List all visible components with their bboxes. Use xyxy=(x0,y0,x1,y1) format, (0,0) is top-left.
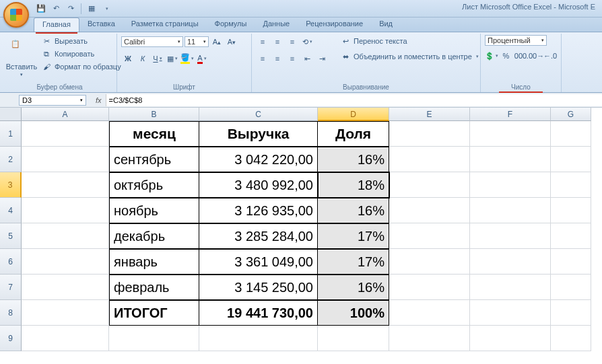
row-header-4[interactable]: 4 xyxy=(0,198,22,223)
format-painter-button[interactable]: 🖌Формат по образцу xyxy=(39,61,123,73)
cell-B4[interactable]: ноябрь xyxy=(109,198,199,223)
font-color-button[interactable]: A xyxy=(195,52,209,65)
qat-custom-icon[interactable]: ▦ xyxy=(86,3,98,15)
col-header-D[interactable]: D xyxy=(318,108,389,121)
copy-button[interactable]: ⧉Копировать xyxy=(39,48,123,60)
cell-G6[interactable] xyxy=(551,249,591,275)
cell-F8[interactable] xyxy=(470,300,551,326)
decrease-indent-button[interactable]: ⇤ xyxy=(300,52,314,65)
cell-G8[interactable] xyxy=(551,300,591,326)
comma-format-button[interactable]: 000 xyxy=(514,49,527,63)
cell-G2[interactable] xyxy=(551,147,591,172)
qat-more-icon[interactable] xyxy=(100,3,112,15)
tab-view[interactable]: Вид xyxy=(371,17,401,32)
cell-F9[interactable] xyxy=(470,326,551,351)
col-header-A[interactable]: A xyxy=(22,108,109,121)
cell-F7[interactable] xyxy=(470,275,551,300)
grow-font-button[interactable]: A▴ xyxy=(210,35,224,48)
fill-color-button[interactable]: 🪣 xyxy=(180,52,194,65)
cell-B7[interactable]: февраль xyxy=(109,275,199,300)
cell-D6[interactable]: 17% xyxy=(318,249,389,275)
shrink-font-button[interactable]: A▾ xyxy=(225,35,238,48)
cell-E9[interactable] xyxy=(389,326,470,351)
cell-G9[interactable] xyxy=(551,326,591,351)
cell-D1[interactable]: Доля xyxy=(318,121,389,147)
cell-D8[interactable]: 100% xyxy=(318,300,389,326)
cell-A4[interactable] xyxy=(22,198,109,223)
select-all-corner[interactable] xyxy=(0,108,22,121)
cell-A2[interactable] xyxy=(22,147,109,172)
tab-insert[interactable]: Вставка xyxy=(79,17,123,32)
font-size-combo[interactable]: 11▾ xyxy=(185,36,209,47)
cell-D7[interactable]: 16% xyxy=(318,275,389,300)
number-format-combo[interactable]: Процентный▾ xyxy=(485,35,547,46)
orientation-button[interactable]: ⟲ xyxy=(300,35,314,48)
cell-C8[interactable]: 19 441 730,00 xyxy=(199,300,318,326)
borders-button[interactable]: ▦ xyxy=(166,52,179,65)
cell-G3[interactable] xyxy=(551,172,591,198)
cell-C6[interactable]: 3 361 049,00 xyxy=(199,249,318,275)
col-header-F[interactable]: F xyxy=(470,108,551,121)
col-header-C[interactable]: C xyxy=(199,108,318,121)
spreadsheet-grid[interactable]: A B C D E F G 1 месяц Выручка Доля 2 сен… xyxy=(0,108,602,351)
bold-button[interactable]: Ж xyxy=(121,52,135,65)
cell-B5[interactable]: декабрь xyxy=(109,223,199,249)
row-header-1[interactable]: 1 xyxy=(0,121,22,147)
increase-indent-button[interactable]: ⇥ xyxy=(315,52,329,65)
save-icon[interactable]: 💾 xyxy=(35,3,47,15)
cell-D3[interactable]: 18% xyxy=(318,172,389,198)
cell-D9[interactable] xyxy=(318,326,389,351)
cell-C5[interactable]: 3 285 284,00 xyxy=(199,223,318,249)
cell-C9[interactable] xyxy=(199,326,318,351)
row-header-7[interactable]: 7 xyxy=(0,275,22,300)
cell-E4[interactable] xyxy=(389,198,470,223)
row-header-8[interactable]: 8 xyxy=(0,300,22,326)
cell-E8[interactable] xyxy=(389,300,470,326)
italic-button[interactable]: К xyxy=(136,52,149,65)
cell-F5[interactable] xyxy=(470,223,551,249)
row-header-9[interactable]: 9 xyxy=(0,326,22,351)
cell-A1[interactable] xyxy=(22,121,109,147)
cell-C7[interactable]: 3 145 250,00 xyxy=(199,275,318,300)
cell-C4[interactable]: 3 126 935,00 xyxy=(199,198,318,223)
cell-D5[interactable]: 17% xyxy=(318,223,389,249)
tab-formulas[interactable]: Формулы xyxy=(207,17,255,32)
cell-E1[interactable] xyxy=(389,121,470,147)
cell-C1[interactable]: Выручка xyxy=(199,121,318,147)
cell-F3[interactable] xyxy=(470,172,551,198)
row-header-6[interactable]: 6 xyxy=(0,249,22,275)
align-right-button[interactable]: ≡ xyxy=(286,52,299,65)
tab-page-layout[interactable]: Разметка страницы xyxy=(123,17,207,32)
tab-data[interactable]: Данные xyxy=(255,17,298,32)
cell-A3[interactable] xyxy=(22,172,109,198)
redo-icon[interactable]: ↷ xyxy=(65,3,77,15)
cell-B9[interactable] xyxy=(109,326,199,351)
cell-B8[interactable]: ИТОГОГ xyxy=(109,300,199,326)
tab-review[interactable]: Рецензирование xyxy=(298,17,371,32)
cell-B3[interactable]: октябрь xyxy=(109,172,199,198)
align-middle-button[interactable]: ≡ xyxy=(271,35,284,48)
cell-E2[interactable] xyxy=(389,147,470,172)
merge-center-button[interactable]: ⬌Объединить и поместить в центре xyxy=(338,50,481,63)
accounting-format-button[interactable]: 💲 xyxy=(485,49,498,63)
percent-format-button[interactable]: % xyxy=(500,49,512,63)
decrease-decimal-button[interactable]: ←.0 xyxy=(543,49,557,63)
cell-C2[interactable]: 3 042 220,00 xyxy=(199,147,318,172)
align-top-button[interactable]: ≡ xyxy=(256,35,269,48)
align-left-button[interactable]: ≡ xyxy=(256,52,269,65)
office-button[interactable] xyxy=(3,2,29,28)
wrap-text-button[interactable]: ↩Перенос текста xyxy=(338,35,481,47)
cell-B6[interactable]: январь xyxy=(109,249,199,275)
formula-input[interactable]: =C3/$C$8 xyxy=(106,94,602,106)
cell-C3[interactable]: 3 480 992,00 xyxy=(199,172,318,198)
cell-A8[interactable] xyxy=(22,300,109,326)
cell-A5[interactable] xyxy=(22,223,109,249)
cell-E5[interactable] xyxy=(389,223,470,249)
align-bottom-button[interactable]: ≡ xyxy=(286,35,299,48)
paste-button[interactable]: 📋 Вставить ▾ xyxy=(7,35,36,82)
cell-E3[interactable] xyxy=(389,172,470,198)
fx-icon[interactable]: fx xyxy=(96,96,102,104)
row-header-5[interactable]: 5 xyxy=(0,223,22,249)
name-box[interactable]: D3▾ xyxy=(19,95,86,106)
cell-D2[interactable]: 16% xyxy=(318,147,389,172)
